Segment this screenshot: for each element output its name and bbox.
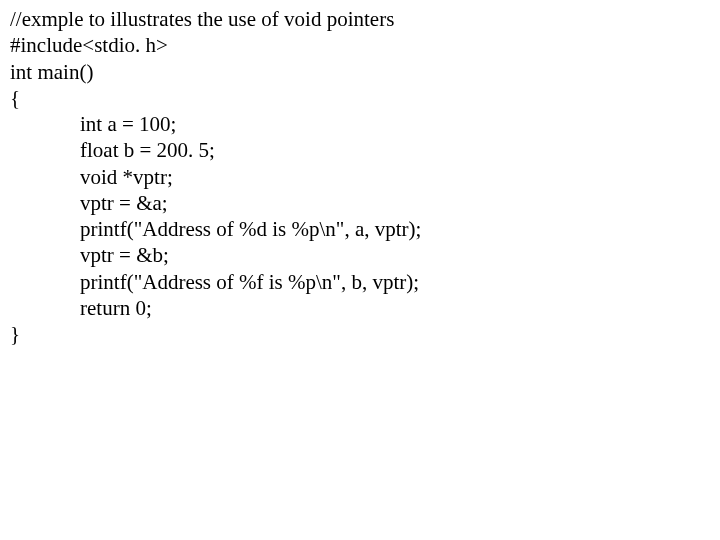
code-line: return 0; [10, 295, 710, 321]
code-line: printf("Address of %d is %p\n", a, vptr)… [10, 216, 710, 242]
code-line: } [10, 321, 710, 347]
code-line: //exmple to illustrates the use of void … [10, 6, 710, 32]
code-line: vptr = &b; [10, 242, 710, 268]
code-line: int a = 100; [10, 111, 710, 137]
code-line: vptr = &a; [10, 190, 710, 216]
code-line: float b = 200. 5; [10, 137, 710, 163]
code-line: printf("Address of %f is %p\n", b, vptr)… [10, 269, 710, 295]
code-line: { [10, 85, 710, 111]
code-line: int main() [10, 59, 710, 85]
code-line: void *vptr; [10, 164, 710, 190]
code-line: #include<stdio. h> [10, 32, 710, 58]
code-snippet: //exmple to illustrates the use of void … [0, 0, 720, 353]
